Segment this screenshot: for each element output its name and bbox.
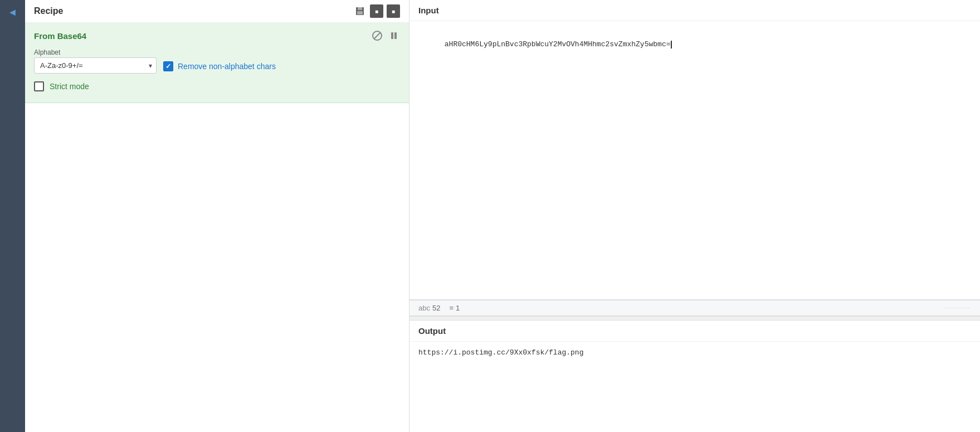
square-button[interactable]: ■ [370,4,383,18]
remove-nonalphabet-row: Remove non-alphabet chars [163,61,276,71]
stop-button[interactable]: ■ [387,4,400,18]
input-content[interactable]: aHR0cHM6Ly9pLnBvc3RpbWcuY2MvOVh4MHhmc2sv… [409,21,980,299]
input-header: Input [409,0,980,21]
operation-title: From Base64 [34,31,86,41]
svg-rect-1 [358,7,362,10]
strict-mode-row: Strict mode [34,81,400,91]
resize-handle[interactable] [409,316,980,321]
input-text: aHR0cHM6Ly9pLnBvc3RpbWcuY2MvOVh4MHhmc2sv… [445,40,671,48]
char-count: 52 [432,304,440,312]
output-header: Output [409,321,980,342]
operation-header: From Base64 [34,30,400,42]
cursor [671,41,672,48]
sidebar-collapse-arrow[interactable]: ◄ [6,4,20,21]
sidebar-strip: ◄ [0,0,25,432]
status-bar: abc 52 ≡ 1 ·········· [409,300,980,316]
from-base64-block: From Base64 Alphabet [25,23,409,103]
alphabet-field: Alphabet A-Za-z0-9+/= A-Za-z0-9-_ A-Za-z… [34,48,157,74]
remove-nonalphabet-checkbox[interactable] [163,61,173,71]
svg-rect-2 [357,11,363,14]
svg-rect-5 [391,32,393,39]
remove-nonalphabet-label[interactable]: Remove non-alphabet chars [178,62,276,71]
char-count-item: abc 52 [418,304,440,312]
alphabet-row: Alphabet A-Za-z0-9+/= A-Za-z0-9-_ A-Za-z… [34,48,400,74]
recipe-empty-area [25,103,409,432]
line-count: 1 [456,304,460,312]
alphabet-select-wrapper: A-Za-z0-9+/= A-Za-z0-9-_ A-Za-z0-9+/ ▾ [34,57,157,74]
alphabet-label: Alphabet [34,48,157,56]
input-section: Input aHR0cHM6Ly9pLnBvc3RpbWcuY2MvOVh4MH… [409,0,980,300]
alphabet-select[interactable]: A-Za-z0-9+/= A-Za-z0-9-_ A-Za-z0-9+/ [34,57,157,74]
output-section: Output https://i.postimg.cc/9Xx0xfsk/fla… [409,321,980,432]
operation-controls [371,30,400,42]
io-panel: Input aHR0cHM6Ly9pLnBvc3RpbWcuY2MvOVh4MH… [409,0,980,432]
svg-rect-6 [394,32,397,39]
pause-button[interactable] [388,30,400,42]
line-count-item: ≡ 1 [449,304,460,312]
recipe-panel: Recipe ■ ■ From Base64 [25,0,409,432]
recipe-header-icons: ■ ■ [353,4,400,18]
line-icon: ≡ [449,304,454,312]
save-button[interactable] [353,4,367,18]
disable-button[interactable] [371,30,383,42]
resize-dots: ·········· [944,305,971,311]
strict-mode-label[interactable]: Strict mode [50,82,89,91]
char-icon: abc [418,304,430,312]
recipe-header: Recipe ■ ■ [25,0,409,23]
svg-line-4 [374,32,381,39]
recipe-title: Recipe [34,6,63,16]
strict-mode-checkbox[interactable] [34,81,44,91]
output-content[interactable]: https://i.postimg.cc/9Xx0xfsk/flag.png [409,342,980,432]
